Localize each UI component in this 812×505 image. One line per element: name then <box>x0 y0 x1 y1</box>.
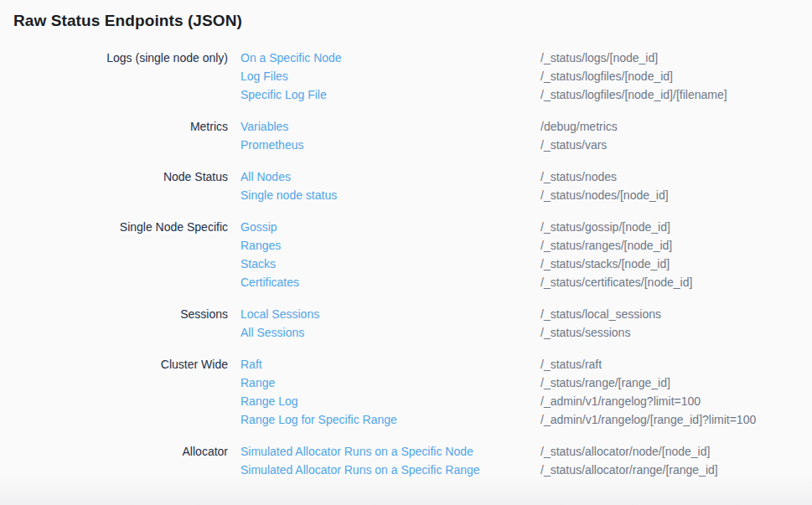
endpoint-path: /debug/metrics <box>540 117 618 136</box>
endpoint-group: AllocatorSimulated Allocator Runs on a S… <box>13 442 799 479</box>
endpoint-path: /_status/vars <box>540 136 618 154</box>
endpoint-group: Logs (single node only)On a Specific Nod… <box>13 49 799 104</box>
endpoint-link[interactable]: Ranges <box>240 236 281 255</box>
endpoint-link-list: Local SessionsAll Sessions <box>240 305 540 342</box>
endpoint-path: /_status/certificates/[node_id] <box>540 273 692 291</box>
endpoint-path: /_status/ranges/[node_id] <box>540 236 692 255</box>
endpoint-group: SessionsLocal SessionsAll Sessions/_stat… <box>13 305 799 342</box>
category-label: Node Status <box>13 167 228 186</box>
endpoint-link[interactable]: Simulated Allocator Runs on a Specific N… <box>240 442 473 461</box>
endpoint-link[interactable]: Range <box>240 374 275 392</box>
endpoint-group: Single Node SpecificGossipRangesStacksCe… <box>13 218 799 291</box>
category-label: Cluster Wide <box>13 355 228 374</box>
endpoint-path: /_status/range/[range_id] <box>540 374 756 392</box>
endpoint-link[interactable]: Local Sessions <box>240 305 319 323</box>
endpoint-path: /_admin/v1/rangelog/[range_id]?limit=100 <box>540 410 756 429</box>
category-label: Allocator <box>13 442 228 461</box>
endpoint-link-list: RaftRangeRange LogRange Log for Specific… <box>240 355 540 429</box>
endpoint-path: /_status/logfiles/[node_id] <box>540 67 727 85</box>
endpoint-path: /_status/logfiles/[node_id]/[filename] <box>540 85 727 104</box>
endpoint-groups: Logs (single node only)On a Specific Nod… <box>13 49 799 479</box>
endpoint-link[interactable]: Range Log for Specific Range <box>240 410 397 429</box>
endpoint-path-list: /_status/raft/_status/range/[range_id]/_… <box>540 355 756 429</box>
endpoint-path: /_status/nodes/[node_id] <box>540 186 669 204</box>
endpoint-path: /_admin/v1/rangelog?limit=100 <box>540 392 756 410</box>
page-title: Raw Status Endpoints (JSON) <box>13 11 799 31</box>
category-label: Logs (single node only) <box>13 49 228 67</box>
endpoint-path: /_status/stacks/[node_id] <box>540 255 692 273</box>
endpoint-link[interactable]: Gossip <box>240 218 277 236</box>
endpoint-path-list: /_status/nodes/_status/nodes/[node_id] <box>540 167 669 204</box>
endpoint-path: /_status/logs/[node_id] <box>540 49 727 67</box>
endpoint-path: /_status/allocator/node/[node_id] <box>540 442 718 461</box>
endpoint-group: Cluster WideRaftRangeRange LogRange Log … <box>13 355 799 429</box>
endpoint-link[interactable]: Specific Log File <box>240 85 327 104</box>
endpoint-link-list: VariablesPrometheus <box>240 117 540 154</box>
endpoint-path: /_status/nodes <box>540 167 669 186</box>
category-label: Sessions <box>13 305 228 323</box>
category-label: Metrics <box>13 117 228 136</box>
endpoint-path-list: /_status/allocator/node/[node_id]/_statu… <box>540 442 718 479</box>
endpoint-link-list: On a Specific NodeLog FilesSpecific Log … <box>240 49 540 104</box>
debug-endpoints-page: Raw Status Endpoints (JSON) Logs (single… <box>0 0 812 479</box>
endpoint-link[interactable]: All Nodes <box>240 167 291 186</box>
endpoint-path-list: /debug/metrics/_status/vars <box>540 117 618 154</box>
category-label: Single Node Specific <box>13 218 228 236</box>
endpoint-link[interactable]: Variables <box>240 117 288 136</box>
endpoint-link[interactable]: All Sessions <box>240 323 304 342</box>
endpoint-link[interactable]: Prometheus <box>240 136 303 154</box>
endpoint-group: MetricsVariablesPrometheus/debug/metrics… <box>13 117 799 154</box>
endpoint-link[interactable]: Raft <box>240 355 262 374</box>
endpoint-link[interactable]: Stacks <box>240 255 276 273</box>
endpoint-link[interactable]: Range Log <box>240 392 298 410</box>
endpoint-link-list: All NodesSingle node status <box>240 167 540 204</box>
endpoint-link-list: GossipRangesStacksCertificates <box>240 218 540 291</box>
endpoint-path-list: /_status/gossip/[node_id]/_status/ranges… <box>540 218 692 291</box>
endpoint-link[interactable]: Simulated Allocator Runs on a Specific R… <box>240 461 480 479</box>
endpoint-path: /_status/raft <box>540 355 756 374</box>
endpoint-path: /_status/gossip/[node_id] <box>540 218 692 236</box>
endpoint-path-list: /_status/local_sessions/_status/sessions <box>540 305 661 342</box>
endpoint-link-list: Simulated Allocator Runs on a Specific N… <box>240 442 540 479</box>
endpoint-path: /_status/local_sessions <box>540 305 661 323</box>
endpoint-link[interactable]: Single node status <box>240 186 337 204</box>
endpoint-path: /_status/allocator/range/[range_id] <box>540 461 718 479</box>
endpoint-link[interactable]: On a Specific Node <box>240 49 342 67</box>
endpoint-link[interactable]: Certificates <box>240 273 299 291</box>
endpoint-path: /_status/sessions <box>540 323 661 342</box>
endpoint-link[interactable]: Log Files <box>240 67 288 85</box>
endpoint-group: Node StatusAll NodesSingle node status/_… <box>13 167 799 204</box>
endpoint-path-list: /_status/logs/[node_id]/_status/logfiles… <box>540 49 727 104</box>
